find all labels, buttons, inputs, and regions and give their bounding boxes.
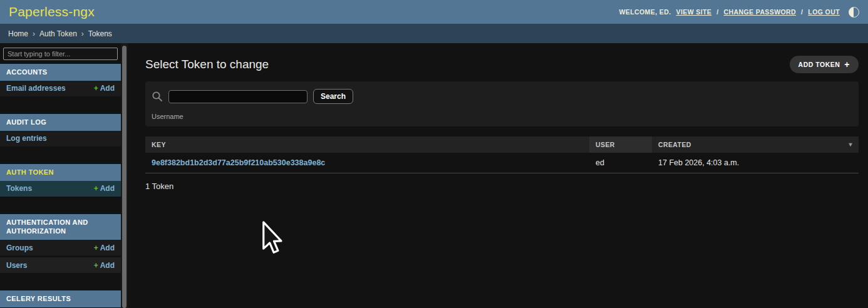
view-site-link[interactable]: VIEW SITE — [676, 8, 712, 16]
breadcrumb-separator: › — [81, 29, 84, 38]
sidebar-item-log-entries[interactable]: Log entries — [0, 131, 121, 146]
sidebar-item-label[interactable]: Users — [6, 261, 27, 270]
table-row: 9e8f382bd1b2d3d77a25b9f210ab530e338a9e8c… — [145, 153, 859, 173]
plus-icon: + — [94, 244, 98, 252]
sidebar-item-label[interactable]: Email addresses — [6, 84, 66, 93]
sidebar-section-celery-results: CELERY RESULTS — [0, 290, 121, 307]
add-token-link[interactable]: +Add — [94, 184, 115, 193]
add-token-button[interactable]: ADD TOKEN + — [790, 56, 859, 73]
breadcrumb-app[interactable]: Auth Token — [39, 29, 77, 38]
column-header-user[interactable]: USER — [589, 136, 652, 153]
sort-options-caret-icon[interactable]: ▾ — [849, 141, 852, 148]
search-input[interactable] — [168, 90, 307, 103]
add-label: Add — [100, 244, 115, 252]
table-header-row: KEY USER CREATED ▾ — [145, 136, 859, 153]
main-content: Select Token to change ADD TOKEN + Searc… — [128, 43, 868, 308]
sidebar-filter-input[interactable] — [3, 48, 118, 60]
change-password-link[interactable]: CHANGE PASSWORD — [724, 8, 796, 16]
search-help-text: Username — [152, 113, 851, 120]
log-out-link[interactable]: LOG OUT — [808, 8, 840, 16]
result-count: 1 Token — [145, 182, 859, 191]
breadcrumb-separator: › — [33, 29, 35, 38]
search-icon — [152, 91, 163, 102]
sidebar-scrollbar-thumb[interactable] — [122, 46, 127, 308]
sidebar-item-tokens[interactable]: Tokens +Add — [0, 181, 121, 197]
breadcrumb-current: Tokens — [88, 29, 112, 38]
token-created-cell: 17 Feb 2026, 4:03 a.m. — [652, 153, 859, 173]
sidebar-item-label[interactable]: Tokens — [6, 184, 32, 193]
column-header-key[interactable]: KEY — [145, 136, 589, 153]
plus-icon: + — [94, 84, 98, 93]
sidebar-nav: ACCOUNTS Email addresses +Add AUDIT LOG … — [0, 43, 121, 308]
add-label: Add — [100, 184, 115, 193]
user-tools: WELCOME, ED. VIEW SITE / CHANGE PASSWORD… — [619, 7, 859, 18]
app-title: Paperless-ngx — [9, 4, 95, 19]
add-label: Add — [100, 261, 115, 270]
sidebar-scrollbar[interactable] — [121, 43, 128, 308]
link-separator: / — [716, 8, 718, 16]
sidebar-section-accounts: ACCOUNTS — [0, 64, 121, 81]
theme-toggle-icon[interactable] — [849, 7, 859, 18]
app-header: Paperless-ngx WELCOME, ED. VIEW SITE / C… — [0, 0, 868, 24]
plus-icon: + — [844, 61, 850, 68]
plus-icon: + — [94, 184, 98, 193]
add-user-link[interactable]: +Add — [94, 261, 115, 270]
page-title: Select Token to change — [145, 58, 269, 71]
search-button[interactable]: Search — [313, 89, 353, 104]
column-header-created[interactable]: CREATED ▾ — [652, 136, 859, 153]
search-module: Search Username — [145, 81, 859, 126]
link-separator: / — [801, 8, 803, 16]
sidebar-item-label[interactable]: Groups — [6, 244, 33, 252]
sidebar-section-audit-log: AUDIT LOG — [0, 114, 121, 131]
breadcrumb-home[interactable]: Home — [8, 29, 28, 38]
add-email-address-link[interactable]: +Add — [94, 84, 115, 93]
sidebar-item-groups[interactable]: Groups +Add — [0, 240, 121, 255]
column-header-created-label: CREATED — [658, 141, 691, 148]
plus-icon: + — [94, 261, 98, 270]
token-user-cell: ed — [589, 153, 652, 173]
sidebar-item-label[interactable]: Log entries — [6, 134, 47, 143]
sidebar-item-email-addresses[interactable]: Email addresses +Add — [0, 81, 121, 96]
add-group-link[interactable]: +Add — [94, 244, 115, 252]
token-key-link[interactable]: 9e8f382bd1b2d3d77a25b9f210ab530e338a9e8c — [152, 158, 325, 167]
sidebar-section-auth-and-authz: AUTHENTICATION AND AUTHORIZATION — [0, 214, 121, 240]
sidebar-section-auth-token: AUTH TOKEN — [0, 164, 121, 181]
breadcrumb: Home › Auth Token › Tokens — [0, 24, 868, 43]
sidebar-item-users[interactable]: Users +Add — [0, 257, 121, 273]
add-token-button-label: ADD TOKEN — [798, 61, 840, 68]
welcome-text: WELCOME, ED. — [619, 8, 671, 16]
add-label: Add — [100, 84, 115, 93]
tokens-table: KEY USER CREATED ▾ 9e8f382bd1b2d3d77a25b… — [145, 136, 859, 173]
